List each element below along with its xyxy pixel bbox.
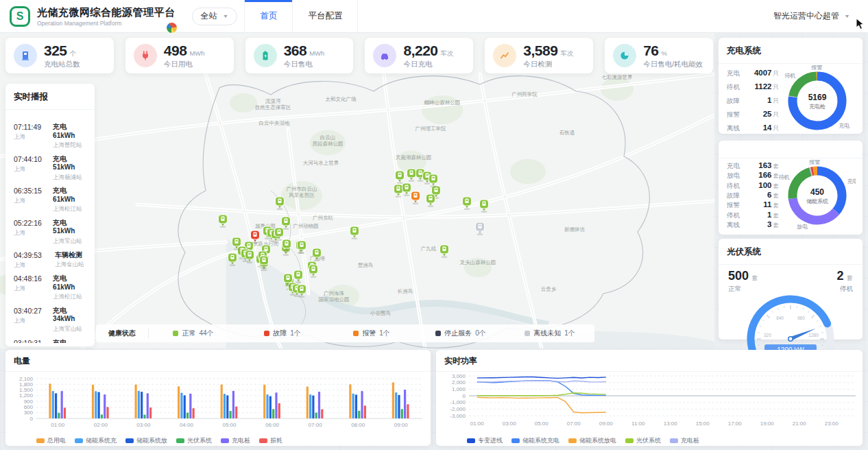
stat-row: 离线3套 (727, 220, 779, 230)
legend-item-充电桩[interactable]: 充电桩 (221, 436, 250, 445)
pie-icon (613, 44, 636, 67)
svg-text:报警: 报警 (810, 65, 822, 71)
health-legend-item: 离线未知1个 (505, 329, 594, 338)
bar-总用电 (49, 383, 51, 418)
kpi-card-3: 8,220 车次 今日充电 (365, 38, 473, 73)
svg-text:待机: 待机 (785, 73, 796, 79)
storage-panel-title (719, 141, 863, 158)
map-place-label: 广州理工学院 (415, 126, 447, 132)
bar-损耗 (193, 408, 195, 418)
chevron-down-icon: ▼ (223, 14, 229, 19)
broadcast-item: 04:48:16上海 充电61kWh上海松江站 (14, 268, 86, 300)
svg-text:放电: 放电 (797, 224, 808, 230)
map-place-label: 广州东站 (313, 215, 334, 221)
bar-储能系统充 (352, 394, 354, 418)
tab-config[interactable]: 平台配置 (293, 0, 358, 33)
map-place-label: 广九线 (421, 246, 437, 252)
bar-储能系统放 (184, 395, 186, 418)
line-储能系统放电 (477, 397, 606, 412)
legend-item-总用电[interactable]: 总用电 (36, 436, 66, 445)
app-header: S 光储充微网综合能源管理平台 Operation Management Pla… (0, 0, 868, 33)
map-place-label: 白云中央湿地 (259, 120, 291, 126)
stat-row: 充电4007只 (727, 69, 779, 78)
donut-segment-待机[interactable] (793, 172, 810, 199)
svg-text:640: 640 (776, 316, 784, 320)
line-专变进线 (477, 377, 606, 379)
health-legend-item: 停止服务0个 (416, 329, 505, 338)
svg-text:21:00: 21:00 (793, 421, 807, 427)
bar-总用电 (178, 386, 180, 418)
svg-text:储能系统: 储能系统 (806, 198, 828, 204)
bar-充电桩 (404, 390, 406, 418)
health-legend-item: 正常44个 (149, 329, 238, 338)
legend-item-光伏系统[interactable]: 光伏系统 (176, 436, 212, 445)
map-place-label: 广州商学院 (511, 91, 538, 97)
tab-home[interactable]: 首页 (245, 0, 293, 33)
kpi-unit: MWh (189, 50, 204, 57)
bar-光伏系统 (186, 412, 189, 418)
bar-光伏系统 (272, 409, 274, 418)
svg-text:02:00: 02:00 (94, 422, 108, 428)
legend-item-充电桩[interactable]: 充电桩 (670, 436, 699, 445)
broadcast-item: 05:22:16上海 充电51kWh上海宝山站 (14, 213, 86, 245)
user-menu[interactable]: 智光运营中心超管 ▼ (773, 10, 850, 22)
donut-segment-故障[interactable] (812, 171, 814, 171)
map-place-label: 帽峰山森林公园 (424, 99, 461, 106)
svg-text:充电: 充电 (847, 178, 856, 185)
svg-text:07:00: 07:00 (567, 421, 581, 427)
legend-item-储能系统放电[interactable]: 储能系统放电 (568, 436, 616, 445)
kpi-label: 今日售电 (284, 60, 325, 69)
bar-充电桩 (104, 394, 106, 418)
broadcast-item: 04:39:53上海 车辆检测上海金山站 (14, 245, 86, 269)
broadcast-item: 07:11:49上海 充电61kWh上海普陀站 (14, 117, 86, 149)
bar-充电桩 (361, 391, 363, 418)
site-selector-label: 全站 (201, 10, 217, 22)
svg-text:-3,000: -3,000 (450, 413, 466, 419)
legend-item-储能系统放[interactable]: 储能系统放 (125, 436, 167, 445)
storage-system-panel: 充电163套放电166套待机100套故障6套报警11套停机1套离线3套 充电放电… (719, 141, 863, 235)
map-place-label: 天鹿湖森林公园 (396, 154, 432, 161)
svg-text:01:00: 01:00 (51, 422, 65, 428)
bar-储能系统充 (309, 394, 311, 418)
kpi-value: 3,589 (523, 43, 557, 58)
pv-system-panel: 光伏系统 500 套 正常 2 套 停机 0320640960128016001… (719, 239, 863, 340)
bar-总用电 (92, 385, 94, 418)
svg-text:960: 960 (797, 316, 805, 320)
legend-item-损耗[interactable]: 损耗 (259, 436, 282, 445)
bar-损耗 (278, 403, 280, 418)
power-chart-legend: 专变进线储能系统充电储能系统放电光伏系统充电桩 (436, 436, 863, 445)
energy-chart-title: 电量 (5, 350, 431, 372)
charging-system-panel: 充电系统 充电4007只待机1122只故障1只报警25只离线14只 充电待机报警… (719, 38, 863, 134)
kpi-value: 76 (643, 43, 658, 58)
bar-充电桩 (232, 391, 234, 418)
kpi-card-2: 368 MWh 今日售电 (245, 38, 354, 73)
city-map[interactable]: 七彩澳游世界太和文化广场帽峰山森林公园流溪湾自然生态保育区白云中央湿地广州理工学… (0, 33, 714, 348)
colorful-ball-icon (167, 23, 177, 33)
svg-text:450: 450 (810, 187, 824, 197)
stat-row: 待机100套 (727, 181, 779, 191)
legend-item-专变进线[interactable]: 专变进线 (467, 436, 503, 445)
svg-text:0: 0 (30, 416, 34, 422)
svg-text:05:00: 05:00 (535, 421, 549, 427)
bar-损耗 (321, 409, 323, 418)
kpi-row: 325 个 充电站总数 498 MWh 今日用电 368 MWh 今日售电 8,… (5, 38, 713, 73)
stat-row: 故障6套 (727, 191, 779, 200)
legend-item-光伏系统[interactable]: 光伏系统 (625, 436, 661, 445)
bar-损耗 (149, 407, 152, 418)
broadcast-list[interactable]: 07:11:49上海 充电61kWh上海普陀站07:44:10上海 充电51kW… (5, 110, 95, 343)
stat-row: 故障1只 (727, 96, 779, 106)
map-place-label: 小谷围岛 (370, 310, 391, 316)
svg-text:2,000: 2,000 (452, 379, 466, 386)
site-selector[interactable]: 全站 ▼ (192, 8, 238, 25)
svg-text:5169: 5169 (808, 93, 827, 102)
bar-光伏系统 (230, 411, 232, 418)
bar-储能系统充 (224, 394, 226, 418)
legend-item-储能系统充[interactable]: 储能系统充 (75, 436, 117, 445)
legend-item-储能系统充电[interactable]: 储能系统充电 (511, 436, 559, 445)
svg-text:1,000: 1,000 (452, 386, 466, 392)
kpi-label: 今日充电 (403, 60, 453, 69)
kpi-value: 325 (44, 43, 67, 58)
svg-text:15:00: 15:00 (696, 421, 710, 427)
svg-text:1,500: 1,500 (19, 387, 34, 393)
svg-text:09:00: 09:00 (394, 422, 409, 428)
